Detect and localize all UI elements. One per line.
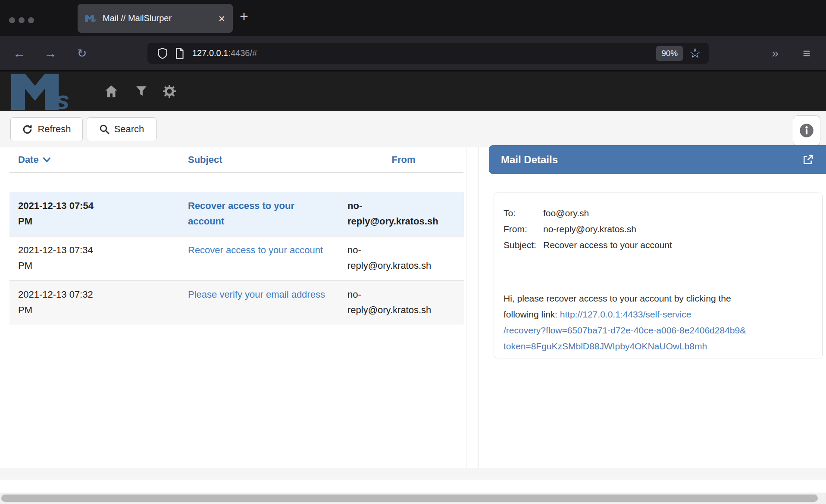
row-subject-link[interactable]: Please verify your email address — [188, 289, 325, 300]
refresh-button[interactable]: Refresh — [10, 117, 83, 141]
to-label: To: — [504, 205, 543, 221]
svg-text:s: s — [55, 86, 69, 110]
external-link-icon[interactable] — [802, 154, 814, 166]
url-text[interactable]: 127.0.0.1:4436/# — [192, 48, 656, 58]
window-minimize-button[interactable] — [19, 17, 25, 23]
refresh-label: Refresh — [38, 124, 71, 135]
mailslurper-navbar: s — [0, 70, 826, 111]
app-toolbar: Refresh Search — [0, 111, 826, 147]
horizontal-scrollbar-thumb[interactable] — [1, 495, 818, 502]
mailslurper-logo[interactable]: s — [11, 74, 92, 110]
svg-text:s: s — [94, 17, 96, 22]
recovery-link-line2: /recovery?flow=6507ba71-d72e-40ce-a006-8… — [504, 322, 812, 338]
body-text-line1: Hi, please recover access to your accoun… — [504, 293, 731, 303]
info-icon — [799, 123, 814, 138]
row-subject-link[interactable]: Recover access to your account — [188, 200, 294, 227]
field-subject: Subject: Recover access to your account — [504, 237, 812, 253]
back-icon[interactable]: ← — [8, 36, 31, 70]
body-text-line2-prefix: following link: — [504, 309, 560, 319]
url-bar[interactable]: 127.0.0.1:4436/# 90% ☆ — [147, 43, 709, 64]
mail-rows: 2021-12-13 07:54 PM Recover access to yo… — [9, 192, 464, 325]
url-host: 127.0.0.1 — [192, 48, 228, 58]
shield-icon[interactable] — [157, 47, 168, 59]
row-date: 2021-12-13 07:32 PM — [9, 287, 185, 318]
subject-value: Recover access to your account — [543, 237, 812, 253]
horizontal-scrollbar[interactable] — [0, 493, 826, 504]
mail-details-header: Mail Details — [489, 145, 826, 174]
overflow-chevrons-icon[interactable]: » — [763, 36, 788, 70]
subject-label: Subject: — [504, 237, 543, 253]
list-spacer — [0, 173, 466, 192]
sort-descending-icon — [43, 157, 51, 163]
forward-icon[interactable]: → — [39, 36, 62, 70]
column-header-subject[interactable]: Subject — [185, 154, 344, 165]
bookmark-star-icon[interactable]: ☆ — [689, 47, 701, 60]
titlebar: s Mail // MailSlurper × + — [0, 0, 826, 36]
card-divider — [504, 273, 812, 273]
from-label: From: — [504, 221, 543, 237]
hamburger-menu-icon[interactable]: ≡ — [794, 36, 819, 70]
tab-title: Mail // MailSlurper — [103, 13, 214, 23]
row-date: 2021-12-13 07:54 PM — [9, 198, 185, 229]
mailslurper-favicon: s — [85, 14, 97, 23]
search-icon — [99, 124, 110, 134]
browser-window: s Mail // MailSlurper × + ← → ↻ 127.0.0.… — [0, 0, 826, 504]
to-value: foo@ory.sh — [543, 205, 812, 221]
window-close-button[interactable] — [9, 17, 15, 23]
tab-close-icon[interactable]: × — [219, 13, 225, 24]
bottom-band — [0, 468, 826, 479]
info-button[interactable] — [793, 115, 820, 146]
field-to: To: foo@ory.sh — [504, 205, 812, 221]
row-from: no-reply@ory.kratos.sh — [344, 243, 463, 274]
table-row[interactable]: 2021-12-13 07:54 PM Recover access to yo… — [9, 192, 464, 236]
column-header-from[interactable]: From — [344, 154, 463, 165]
table-row[interactable]: 2021-12-13 07:34 PM Recover access to yo… — [9, 236, 464, 281]
panel-divider — [478, 147, 479, 479]
window-zoom-button[interactable] — [28, 17, 34, 23]
mail-body: Hi, please recover access to your accoun… — [504, 290, 812, 354]
gear-icon[interactable] — [156, 72, 182, 111]
row-from: no-reply@ory.kratos.sh — [344, 287, 463, 318]
mail-list-header: Date Subject From — [9, 147, 463, 173]
table-row[interactable]: 2021-12-13 07:32 PM Please verify your e… — [9, 281, 464, 325]
row-from: no-reply@ory.kratos.sh — [344, 198, 463, 229]
recovery-link-line1: http://127.0.0.1:4433/self-service — [560, 309, 691, 319]
browser-toolbar: ← → ↻ 127.0.0.1:4436/# 90% ☆ » ≡ — [0, 36, 826, 70]
row-subject-link[interactable]: Recover access to your account — [188, 245, 323, 255]
new-tab-icon[interactable]: + — [240, 8, 248, 25]
mail-details-title: Mail Details — [501, 154, 802, 166]
from-value: no-reply@ory.kratos.sh — [543, 221, 812, 237]
field-from: From: no-reply@ory.kratos.sh — [504, 221, 812, 237]
mail-details-card: To: foo@ory.sh From: no-reply@ory.kratos… — [494, 193, 823, 358]
row-date: 2021-12-13 07:34 PM — [9, 243, 185, 274]
mail-list-panel: Date Subject From 2021-12-13 07:54 PM Re… — [0, 147, 466, 468]
search-button[interactable]: Search — [87, 117, 156, 141]
reload-icon[interactable]: ↻ — [70, 36, 94, 70]
home-icon[interactable] — [98, 72, 124, 111]
url-path: :4436/# — [228, 48, 257, 58]
filter-icon[interactable] — [128, 72, 154, 111]
recovery-link-line3: token=8FguKzSMblD88JWIpby4OKNaUOwLb8mh — [504, 338, 812, 354]
page-info-icon[interactable] — [175, 47, 185, 59]
search-label: Search — [114, 124, 144, 135]
zoom-level-badge[interactable]: 90% — [656, 46, 683, 61]
column-header-date[interactable]: Date — [9, 154, 185, 165]
browser-tab[interactable]: s Mail // MailSlurper × — [78, 4, 233, 33]
refresh-icon — [22, 124, 33, 135]
bottom-band-white — [0, 480, 826, 492]
